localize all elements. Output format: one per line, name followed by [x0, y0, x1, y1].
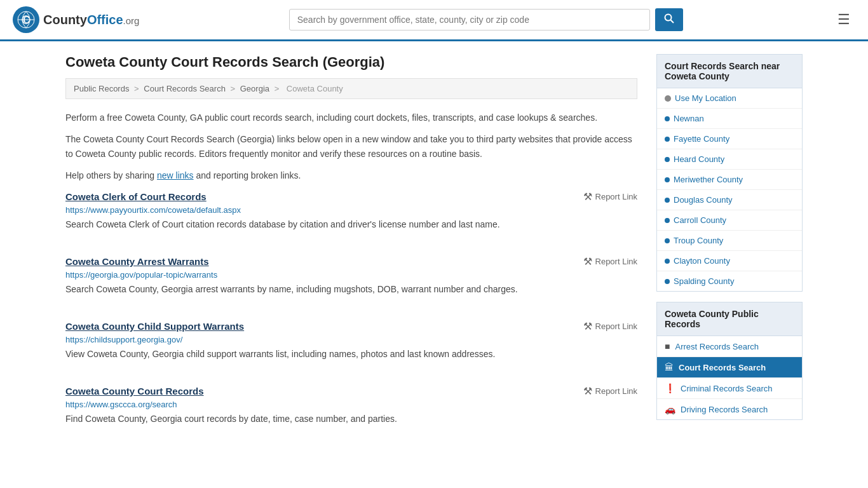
main-container: Coweta County Court Records Search (Geor… [53, 41, 815, 463]
sidebar-nearby-link[interactable]: Meriwether County [674, 175, 743, 184]
result-title-link[interactable]: Coweta County Court Records [65, 386, 204, 396]
breadcrumb-sep-3: > [275, 84, 281, 93]
sidebar-nearby-link[interactable]: Fayette County [674, 134, 729, 144]
dot-icon [665, 157, 670, 162]
dot-icon [665, 198, 670, 203]
content-area: Coweta County Court Records Search (Geor… [65, 54, 637, 450]
result-title-link[interactable]: Coweta County Arrest Warrants [65, 256, 209, 267]
report-link-label: Report Link [595, 322, 637, 331]
sidebar-pub-record-item[interactable]: ❗ Criminal Records Search [657, 378, 802, 399]
result-title-link[interactable]: Coweta Clerk of Court Records [65, 191, 207, 202]
use-my-location-link[interactable]: Use My Location [675, 93, 736, 103]
sidebar-nearby-link[interactable]: Heard County [674, 154, 724, 164]
header-right: ☰ [832, 9, 855, 30]
sidebar-nearby-links: Use My Location Newnan Fayette County He… [656, 88, 803, 292]
sidebar-public-records-links: ■ Arrest Records Search 🏛 Court Records … [656, 336, 803, 420]
sidebar-public-records-title: Coweta County Public Records [656, 302, 803, 336]
report-link-label: Report Link [595, 386, 637, 396]
pub-icon: ■ [665, 341, 670, 351]
report-link[interactable]: ⚒ Report Link [583, 320, 637, 332]
pub-icon: 🚗 [665, 404, 675, 414]
sidebar-nearby-link[interactable]: Troup County [674, 236, 723, 245]
sidebar-nearby-title: Court Records Search near Coweta County [656, 54, 803, 88]
new-links-link[interactable]: new links [157, 170, 194, 180]
search-input[interactable] [289, 9, 650, 30]
sidebar-nearby-item[interactable]: Meriwether County [657, 170, 802, 190]
result-item: Coweta County Court Records ⚒ Report Lin… [65, 385, 637, 432]
dot-icon [665, 116, 670, 121]
search-button[interactable] [655, 8, 683, 31]
report-link-label: Report Link [595, 257, 637, 266]
result-desc: Search Coweta County, Georgia arrest war… [65, 283, 637, 296]
description-para1: Perform a free Coweta County, GA public … [65, 111, 637, 125]
sidebar-nearby-item[interactable]: Douglas County [657, 190, 802, 210]
sidebar-pub-record-item[interactable]: 🏛 Court Records Search [657, 357, 802, 378]
result-url[interactable]: https://childsupport.georgia.gov/ [65, 335, 637, 344]
result-title-row: Coweta County Court Records ⚒ Report Lin… [65, 385, 637, 397]
result-item: Coweta County Child Support Warrants ⚒ R… [65, 320, 637, 367]
svg-point-4 [665, 15, 671, 21]
result-url[interactable]: https://www.payyourtix.com/coweta/defaul… [65, 205, 637, 215]
result-desc: View Coweta County, Georgia child suppor… [65, 348, 637, 361]
dot-icon [665, 279, 670, 284]
sidebar-use-location[interactable]: Use My Location [657, 88, 802, 109]
report-link-label: Report Link [595, 192, 637, 201]
result-title-row: Coweta County Arrest Warrants ⚒ Report L… [65, 255, 637, 268]
sidebar-nearby-item[interactable]: Clayton County [657, 251, 802, 271]
sidebar-nearby-item[interactable]: Troup County [657, 231, 802, 251]
sidebar-pub-record-item[interactable]: ■ Arrest Records Search [657, 336, 802, 357]
sidebar-pub-link[interactable]: Arrest Records Search [675, 342, 759, 351]
report-icon: ⚒ [583, 385, 592, 397]
report-icon: ⚒ [583, 191, 592, 203]
sidebar-pub-link[interactable]: Court Records Search [679, 363, 766, 372]
sidebar-nearby-item[interactable]: Carroll County [657, 210, 802, 231]
svg-line-5 [670, 20, 674, 24]
result-desc: Find Coweta County, Georgia court record… [65, 412, 637, 426]
breadcrumb-coweta: Coweta County [287, 84, 343, 93]
result-url[interactable]: https://georgia.gov/popular-topic/warran… [65, 270, 637, 280]
report-link[interactable]: ⚒ Report Link [583, 191, 637, 203]
dot-icon [665, 218, 670, 223]
sidebar-nearby-item[interactable]: Fayette County [657, 129, 802, 149]
sidebar-nearby-link[interactable]: Spalding County [674, 276, 734, 286]
result-item: Coweta County Arrest Warrants ⚒ Report L… [65, 255, 637, 302]
breadcrumb-georgia[interactable]: Georgia [240, 84, 269, 93]
sidebar-nearby-link[interactable]: Carroll County [674, 215, 726, 225]
result-item: Coweta Clerk of Court Records ⚒ Report L… [65, 191, 637, 238]
description-para2: The Coweta County Court Records Search (… [65, 132, 637, 161]
sidebar-nearby-link[interactable]: Clayton County [674, 256, 730, 266]
dot-icon [665, 137, 670, 142]
result-title-link[interactable]: Coweta County Child Support Warrants [65, 321, 244, 332]
header: C CountyOffice.org ☰ [0, 0, 868, 41]
breadcrumb-sep-2: > [231, 84, 238, 93]
sidebar-pub-record-item[interactable]: 🚗 Driving Records Search [657, 399, 802, 419]
pub-icon: 🏛 [665, 362, 674, 372]
sidebar-nearby-link[interactable]: Newnan [674, 114, 704, 123]
logo-text: CountyOffice.org [43, 13, 139, 27]
sidebar-pub-link[interactable]: Driving Records Search [681, 405, 768, 414]
sidebar-nearby-link[interactable]: Douglas County [674, 195, 733, 205]
logo-area[interactable]: C CountyOffice.org [13, 6, 139, 33]
results-container: Coweta Clerk of Court Records ⚒ Report L… [65, 191, 637, 432]
breadcrumb-court-records[interactable]: Court Records Search [144, 84, 226, 93]
dot-icon [665, 259, 670, 264]
menu-button[interactable]: ☰ [832, 9, 855, 30]
breadcrumb-sep-1: > [134, 84, 141, 93]
report-icon: ⚒ [583, 255, 592, 268]
sidebar-nearby-item[interactable]: Spalding County [657, 271, 802, 291]
report-link[interactable]: ⚒ Report Link [583, 255, 637, 268]
sidebar-nearby-list: Newnan Fayette County Heard County Meriw… [657, 109, 802, 291]
report-icon: ⚒ [583, 320, 592, 332]
location-dot-icon [665, 95, 671, 102]
dot-icon [665, 238, 670, 243]
result-desc: Search Coweta Clerk of Court citation re… [65, 218, 637, 231]
sidebar-nearby-item[interactable]: Newnan [657, 109, 802, 129]
result-url[interactable]: https://www.gsccca.org/search [65, 400, 637, 409]
dot-icon [665, 177, 670, 182]
report-link[interactable]: ⚒ Report Link [583, 385, 637, 397]
sidebar-nearby-item[interactable]: Heard County [657, 149, 802, 170]
pub-icon: ❗ [665, 383, 675, 393]
page-title: Coweta County Court Records Search (Geor… [65, 54, 637, 71]
sidebar-pub-link[interactable]: Criminal Records Search [681, 384, 773, 393]
breadcrumb-public-records[interactable]: Public Records [74, 84, 129, 93]
